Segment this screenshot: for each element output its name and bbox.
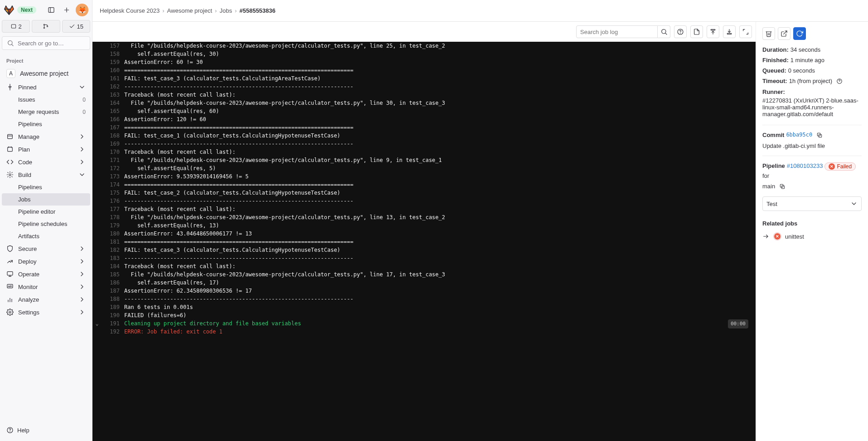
finished-value: 1 minute ago <box>790 57 824 64</box>
nav-sub-pipeline-schedules[interactable]: Pipeline schedules <box>2 218 90 230</box>
fullscreen-button[interactable] <box>739 25 752 38</box>
retry-job-button[interactable] <box>793 27 806 40</box>
line-number: 158 <box>102 50 124 58</box>
commit-sha-link[interactable]: 6bba95c0 <box>786 132 812 139</box>
caret-spacer <box>92 279 102 287</box>
search-icon <box>7 39 14 47</box>
log-content: File "/builds/helpdesk-course-2023/aweso… <box>124 213 750 221</box>
log-content: File "/builds/helpdesk-course-2023/aweso… <box>124 156 750 164</box>
pinned-merge-requests[interactable]: Merge requests0 <box>2 106 90 118</box>
log-line: 164 File "/builds/helpdesk-course-2023/a… <box>92 99 756 107</box>
caret-spacer <box>92 328 102 336</box>
runner-label: Runner: <box>762 88 785 95</box>
user-avatar[interactable]: 🦊 <box>76 4 88 16</box>
search-placeholder: Search or go to… <box>18 40 64 47</box>
deploy-icon <box>6 258 14 265</box>
build-icon <box>6 171 14 178</box>
nav-monitor[interactable]: Monitor <box>2 280 90 293</box>
scroll-top-button[interactable] <box>707 25 719 38</box>
breadcrumb-jobs[interactable]: Jobs <box>219 7 232 14</box>
pipeline-id-link[interactable]: #1080103233 <box>787 162 823 171</box>
caret-spacer <box>92 189 102 197</box>
external-link-icon <box>781 30 788 37</box>
issues-count: 2 <box>19 23 22 30</box>
log-line: 160=====================================… <box>92 66 756 74</box>
log-line: 161FAIL: test_case_3 (calculator_tests.C… <box>92 74 756 83</box>
nav-plan[interactable]: Plan <box>2 143 90 156</box>
job-log-search-input[interactable] <box>576 25 658 38</box>
log-content: File "/builds/helpdesk-course-2023/aweso… <box>124 42 750 50</box>
timeout-help-icon[interactable] <box>836 78 843 85</box>
arrow-right-icon <box>762 233 770 240</box>
new-issue-button[interactable] <box>778 27 790 40</box>
nav-code[interactable]: Code <box>2 156 90 168</box>
project-link[interactable]: A Awesome project <box>2 66 90 81</box>
help-button[interactable]: Help <box>2 423 90 437</box>
breadcrumb-group[interactable]: Helpdesk Course 2023 <box>100 7 160 14</box>
help-icon-button[interactable] <box>674 25 687 38</box>
merge-requests-count-button[interactable] <box>32 20 60 33</box>
collapse-caret-icon[interactable]: ⌄ <box>92 319 102 328</box>
job-log-terminal[interactable]: 157 File "/builds/helpdesk-course-2023/a… <box>92 42 756 441</box>
job-log-search-button[interactable] <box>658 25 670 38</box>
pinned-issues[interactable]: Issues0 <box>2 93 90 106</box>
log-line: 165 self.assertEqual(res, 60) <box>92 107 756 115</box>
todos-count-button[interactable]: 15 <box>62 20 90 33</box>
nav-manage[interactable]: Manage <box>2 130 90 143</box>
next-badge: Next <box>17 6 36 14</box>
scroll-bottom-button[interactable] <box>723 25 736 38</box>
create-new-button[interactable] <box>60 4 73 16</box>
log-line: 187AssertionError: 62.34580980306536 != … <box>92 287 756 295</box>
line-number: 167 <box>102 123 124 132</box>
chevron-right-icon <box>78 146 86 153</box>
queued-value: 0 seconds <box>788 67 815 74</box>
nav-secure[interactable]: Secure <box>2 242 90 255</box>
commit-label: Commit <box>762 132 784 139</box>
related-job-item[interactable]: ✕ unittest <box>762 230 862 243</box>
global-search[interactable]: Search or go to… <box>2 36 90 50</box>
nav-operate[interactable]: Operate <box>2 268 90 280</box>
nav-sub-pipelines[interactable]: Pipelines <box>2 181 90 193</box>
related-jobs-label: Related jobs <box>762 220 862 227</box>
settings-icon <box>6 309 14 316</box>
nav-build[interactable]: Build <box>2 168 90 181</box>
caret-spacer <box>92 156 102 164</box>
help-label: Help <box>17 427 29 434</box>
svg-rect-0 <box>48 8 54 13</box>
raw-log-button[interactable] <box>690 25 703 38</box>
nav-sub-pipeline-editor[interactable]: Pipeline editor <box>2 206 90 218</box>
copy-commit-button[interactable] <box>816 132 823 139</box>
pinned-pipelines[interactable]: Pipelines <box>2 118 90 130</box>
svg-rect-19 <box>7 284 13 288</box>
caret-spacer <box>92 164 102 172</box>
svg-line-34 <box>784 31 787 34</box>
svg-rect-10 <box>8 134 13 138</box>
log-content: Traceback (most recent call last): <box>124 148 750 156</box>
nav-analyze[interactable]: Analyze <box>2 293 90 306</box>
line-number: 157 <box>102 42 124 50</box>
nav-settings[interactable]: Settings <box>2 306 90 318</box>
nav-deploy[interactable]: Deploy <box>2 255 90 268</box>
related-job-name: unittest <box>785 233 804 240</box>
stage-dropdown[interactable]: Test <box>762 196 862 211</box>
line-number: 183 <box>102 254 124 262</box>
pinned-header[interactable]: Pinned <box>2 81 90 93</box>
breadcrumb-project[interactable]: Awesome project <box>167 7 212 14</box>
nav-sub-jobs[interactable]: Jobs <box>2 193 90 206</box>
line-number: 162 <box>102 83 124 91</box>
erase-job-log-button[interactable] <box>762 27 775 40</box>
log-content: FAIL: test_case_3 (calculator_tests.Calc… <box>124 74 750 83</box>
scroll-bottom-icon <box>726 28 733 35</box>
line-number: 161 <box>102 74 124 83</box>
finished-label: Finished: <box>762 57 789 64</box>
sidebar-toggle-button[interactable] <box>45 4 58 16</box>
job-toolbar <box>92 22 756 42</box>
queued-label: Queued: <box>762 67 786 74</box>
issues-count-button[interactable]: 2 <box>2 20 30 33</box>
log-line: 182FAIL: test_case_3 (calculator_tests.C… <box>92 246 756 254</box>
line-number: 177 <box>102 205 124 213</box>
nav-sub-artifacts[interactable]: Artifacts <box>2 230 90 242</box>
log-line: 189Ran 6 tests in 0.001s <box>92 303 756 311</box>
svg-rect-4 <box>11 24 15 28</box>
copy-branch-button[interactable] <box>779 183 786 190</box>
